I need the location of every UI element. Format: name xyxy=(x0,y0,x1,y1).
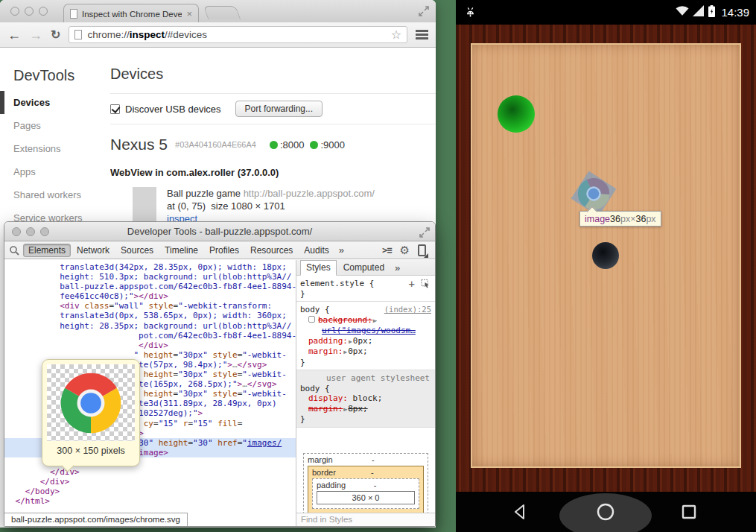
battery-charging-icon xyxy=(708,5,715,20)
expand-arrow-icon[interactable]: ▶ xyxy=(373,317,377,324)
console-drawer-icon[interactable]: >≡ xyxy=(382,245,391,256)
code-line[interactable]: fee461cc40c8);"></div> xyxy=(4,291,296,301)
device-name: Nexus 5 xyxy=(110,136,168,153)
code-line[interactable]: ball-puzzle.appspot.com/642ec0b3-fb8f-4e… xyxy=(4,282,296,291)
sidebar-item-extensions[interactable]: Extensions xyxy=(0,137,110,160)
sidebar-item-pages[interactable]: Pages xyxy=(0,114,110,137)
style-property[interactable]: margin:▶8px; xyxy=(300,404,431,415)
nav-recents-button[interactable] xyxy=(681,504,697,523)
window-close-button[interactable] xyxy=(10,7,19,16)
box-model-content-size[interactable]: 360 × 0 xyxy=(317,491,415,504)
sidebar-item-apps[interactable]: Apps xyxy=(0,160,110,183)
property-checkbox[interactable] xyxy=(308,316,315,323)
expand-arrow-icon[interactable]: ▶ xyxy=(343,406,347,413)
stylesheet-url-link: url("images/woodsm… xyxy=(322,326,416,335)
style-property[interactable]: display: block; xyxy=(300,393,431,404)
style-property[interactable]: background:▶ xyxy=(300,315,431,326)
expand-arrow-icon[interactable]: ▶ xyxy=(349,338,352,345)
style-property[interactable]: padding:▶0px; xyxy=(300,336,431,347)
nav-home-button[interactable] xyxy=(596,502,615,525)
devtools-tab-network[interactable]: Network xyxy=(72,244,115,257)
border-top-value[interactable]: - xyxy=(371,468,384,477)
property-name: padding: xyxy=(308,336,348,346)
discover-usb-checkbox[interactable] xyxy=(110,104,120,114)
back-button[interactable]: ← xyxy=(7,28,21,42)
fullscreen-icon[interactable] xyxy=(418,5,430,20)
padding-top-value[interactable]: - xyxy=(374,481,387,490)
code-line[interactable]: </div> xyxy=(4,467,296,477)
page-icon[interactable] xyxy=(74,30,82,39)
closing-brace: } xyxy=(300,289,305,299)
margin-top-value[interactable]: - xyxy=(372,455,385,464)
devtools-tab-elements[interactable]: Elements xyxy=(23,244,71,257)
code-line[interactable]: height: 510.3px; background: url(blob:ht… xyxy=(4,272,296,282)
tab-styles[interactable]: Styles xyxy=(300,260,337,276)
code-line[interactable]: " height="30px" style="-webkit- xyxy=(4,350,296,360)
tab-title: Inspect with Chrome Deve xyxy=(82,10,182,19)
reload-button[interactable]: ↻ xyxy=(51,29,60,41)
window-close-button[interactable] xyxy=(12,227,21,236)
url-bar[interactable]: chrome://inspect/#devices ☆ xyxy=(69,26,407,43)
code-line[interactable]: </div> xyxy=(4,477,296,487)
expand-arrow-icon[interactable]: ▶ xyxy=(343,349,347,355)
box-model-border: border- padding- 360 × 0 xyxy=(308,466,424,513)
chrome-menu-icon[interactable] xyxy=(416,30,428,39)
green-ball[interactable] xyxy=(498,95,535,133)
find-in-styles-input[interactable]: Find in Styles xyxy=(296,513,435,526)
sidebar-item-devices[interactable]: Devices xyxy=(0,91,110,114)
status-clock: 14:39 xyxy=(721,6,749,19)
devtools-window: Developer Tools - ball-puzzle.appspot.co… xyxy=(4,221,436,527)
property-value-link[interactable]: url("images/woodsm… xyxy=(300,326,431,336)
search-icon[interactable] xyxy=(9,245,19,256)
game-board[interactable]: image 36px × 36px xyxy=(471,43,741,468)
element-style-selector: element.style { xyxy=(300,279,374,289)
window-zoom-button[interactable] xyxy=(39,7,48,16)
property-value: block; xyxy=(348,393,382,403)
url-text[interactable]: chrome://inspect/#devices xyxy=(87,29,207,40)
devtools-tab-audits[interactable]: Audits xyxy=(299,244,334,257)
inspect-cursor-icon[interactable] xyxy=(421,279,430,288)
code-line[interactable]: <div class="wall" style="-webkit-transfo… xyxy=(4,301,296,311)
dark-ball[interactable] xyxy=(592,242,619,269)
new-tab-button[interactable] xyxy=(203,6,241,19)
devtools-tab-resources[interactable]: Resources xyxy=(245,244,298,257)
style-property[interactable]: margin:▶0px; xyxy=(300,346,431,358)
tab-computed[interactable]: Computed xyxy=(343,262,384,273)
devtools-tab-sources[interactable]: Sources xyxy=(115,244,159,257)
window-minimize-button[interactable] xyxy=(25,7,34,16)
code-line[interactable]: height: 28.35px; background: url(blob:ht… xyxy=(4,321,296,331)
devtools-tab-profiles[interactable]: Profiles xyxy=(204,244,244,257)
port-forwarding-button[interactable]: Port forwarding... xyxy=(235,101,323,117)
code-line[interactable]: translate3d(0px, 538.65px, 0px); width: … xyxy=(4,311,296,320)
window-zoom-button[interactable] xyxy=(40,227,49,236)
bookmark-star-icon[interactable]: ☆ xyxy=(391,29,401,41)
forward-button: → xyxy=(29,28,42,42)
browser-tab[interactable]: Inspect with Chrome Deve × xyxy=(63,4,199,23)
code-line[interactable]: </div> xyxy=(4,341,296,350)
sidebar-item-shared-workers[interactable]: Shared workers xyxy=(0,183,110,206)
fullscreen-icon[interactable] xyxy=(419,226,431,244)
code-line[interactable]: </html> xyxy=(4,496,296,506)
styles-scroll-area[interactable]: element.style { + } body { (index):25 ba… xyxy=(296,276,435,513)
panel-tabs: ElementsNetworkSourcesTimelineProfilesRe… xyxy=(23,244,334,257)
dock-device-icon[interactable] xyxy=(418,244,426,256)
devtools-tab-timeline[interactable]: Timeline xyxy=(159,244,203,257)
devtools-titlebar[interactable]: Developer Tools - ball-puzzle.appspot.co… xyxy=(4,222,435,241)
code-line[interactable]: </body> xyxy=(4,487,296,496)
box-model-padding-label: padding xyxy=(317,481,346,490)
link-status-bar: ball-puzzle.appspot.com/images/chrome.sv… xyxy=(4,513,188,526)
target-title: Ball puzzle game xyxy=(167,188,241,199)
code-line[interactable]: translate3d(342px, 28.35px, 0px); width:… xyxy=(4,262,296,272)
nav-back-button[interactable] xyxy=(512,503,530,524)
device-port: :9000 xyxy=(310,139,345,151)
more-tabs-icon[interactable]: » xyxy=(335,244,348,256)
android-status-bar: 14:39 xyxy=(456,0,756,25)
code-line[interactable]: pot.com/642ec0b3-fb8f-4ee1-8894- xyxy=(4,331,296,341)
window-minimize-button[interactable] xyxy=(26,227,35,236)
settings-gear-icon[interactable]: ⚙ xyxy=(400,244,410,256)
new-style-rule-button[interactable]: + xyxy=(409,280,415,288)
discover-usb-row: Discover USB devices Port forwarding... xyxy=(110,94,436,124)
sidebar-more-tabs-icon[interactable]: » xyxy=(391,262,404,273)
tab-close-icon[interactable]: × xyxy=(186,9,192,19)
stylesheet-source-link[interactable]: (index):25 xyxy=(384,305,431,315)
